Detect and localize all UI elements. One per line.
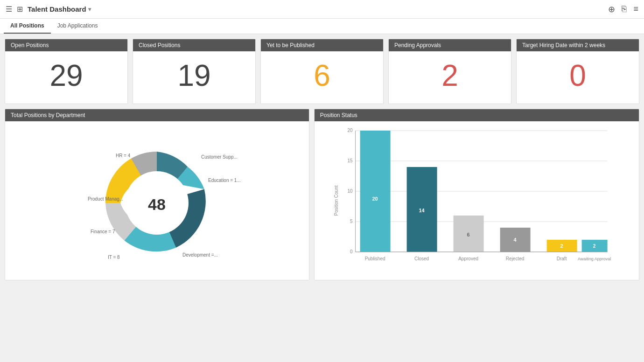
kpi-closed-positions: Closed Positions 19 <box>133 39 256 104</box>
settings-icon[interactable]: ≡ <box>633 4 638 14</box>
label-customer: Customer Supp... <box>201 154 238 160</box>
label-education: Education = 1... <box>208 178 241 183</box>
kpi-target-hiring: Target Hiring Date within 2 weeks 0 <box>516 39 639 104</box>
y-tick-5: 5 <box>350 219 353 224</box>
bar-published <box>360 131 390 252</box>
bar-label-draft: 2 <box>560 243 563 249</box>
kpi-yet-to-publish: Yet to be Published 6 <box>260 39 384 104</box>
bar-xlabel-awaiting: Awaiting Approval <box>578 257 611 261</box>
bar-chart-svg: Position Count 0 5 10 15 20 <box>319 126 634 271</box>
kpi-row: Open Positions 29 Closed Positions 19 Ye… <box>5 39 639 104</box>
kpi-closed-positions-value: 19 <box>133 51 255 104</box>
label-it: IT = 8 <box>108 255 120 260</box>
y-tick-0: 0 <box>350 249 353 254</box>
label-hr: HR = 4 <box>116 153 131 158</box>
y-axis-label: Position Count <box>333 185 338 216</box>
label-productmanag: Product Manag... <box>88 196 123 202</box>
donut-svg: 48 Customer Supp... Education = 1... Dev… <box>82 133 231 273</box>
kpi-target-hiring-header: Target Hiring Date within 2 weeks <box>517 39 639 51</box>
donut-chart-panel: Total Positions by Department <box>5 109 309 280</box>
donut-center-text: 48 <box>148 195 166 213</box>
main-content: Open Positions 29 Closed Positions 19 Ye… <box>0 34 644 285</box>
bar-xlabel-rejected: Rejected <box>506 256 524 261</box>
bar-label-closed: 14 <box>419 208 425 213</box>
tab-job-applications[interactable]: Job Applications <box>51 19 105 34</box>
donut-chart-body: 48 Customer Supp... Education = 1... Dev… <box>5 121 309 280</box>
y-tick-20: 20 <box>347 128 353 133</box>
bar-chart-panel: Position Status Position Count 0 5 10 15 <box>314 109 639 280</box>
bar-xlabel-closed: Closed <box>414 256 429 261</box>
app-title: Talent Dashboard ▾ <box>28 5 91 13</box>
charts-row: Total Positions by Department <box>5 109 639 280</box>
bar-xlabel-published: Published <box>364 256 385 261</box>
donut-container: 48 Customer Supp... Education = 1... Dev… <box>10 126 304 275</box>
bar-chart-body: Position Count 0 5 10 15 20 <box>315 121 639 277</box>
menu-icon[interactable]: ☰ <box>6 5 12 14</box>
kpi-open-positions: Open Positions 29 <box>5 39 128 104</box>
bar-xlabel-approved: Approved <box>458 256 478 261</box>
kpi-pending-approvals: Pending Approvals 2 <box>388 39 511 104</box>
bar-label-published: 20 <box>372 196 378 202</box>
bar-chart-title: Position Status <box>315 109 639 121</box>
kpi-target-hiring-value: 0 <box>517 51 639 104</box>
label-development: Development =... <box>182 252 218 258</box>
kpi-yet-to-publish-value: 6 <box>261 51 383 104</box>
bar-xlabel-draft: Draft <box>557 256 567 261</box>
bar-label-approved: 6 <box>467 232 469 237</box>
kpi-open-positions-header: Open Positions <box>5 39 127 51</box>
topbar: ☰ ⊞ Talent Dashboard ▾ ⊕ ⎘ ≡ <box>0 0 644 19</box>
kpi-open-positions-value: 29 <box>5 51 127 104</box>
donut-chart-title: Total Positions by Department <box>5 109 309 121</box>
kpi-pending-approvals-header: Pending Approvals <box>389 39 511 51</box>
label-finance: Finance = 7 <box>91 229 115 234</box>
chevron-down-icon[interactable]: ▾ <box>88 6 91 13</box>
tabs-bar: All Positions Job Applications <box>0 19 644 34</box>
bar-label-rejected: 4 <box>513 237 517 243</box>
topbar-actions: ⊕ ⎘ ≡ <box>608 4 638 14</box>
tab-all-positions[interactable]: All Positions <box>4 19 51 34</box>
share-icon[interactable]: ⎘ <box>622 4 627 14</box>
y-tick-10: 10 <box>347 188 353 194</box>
kpi-pending-approvals-value: 2 <box>389 51 511 104</box>
bar-label-awaiting: 2 <box>593 244 596 249</box>
grid-icon[interactable]: ⊞ <box>17 5 23 14</box>
kpi-yet-to-publish-header: Yet to be Published <box>261 39 383 51</box>
add-icon[interactable]: ⊕ <box>608 4 615 14</box>
kpi-closed-positions-header: Closed Positions <box>133 39 255 51</box>
y-tick-15: 15 <box>347 158 353 163</box>
